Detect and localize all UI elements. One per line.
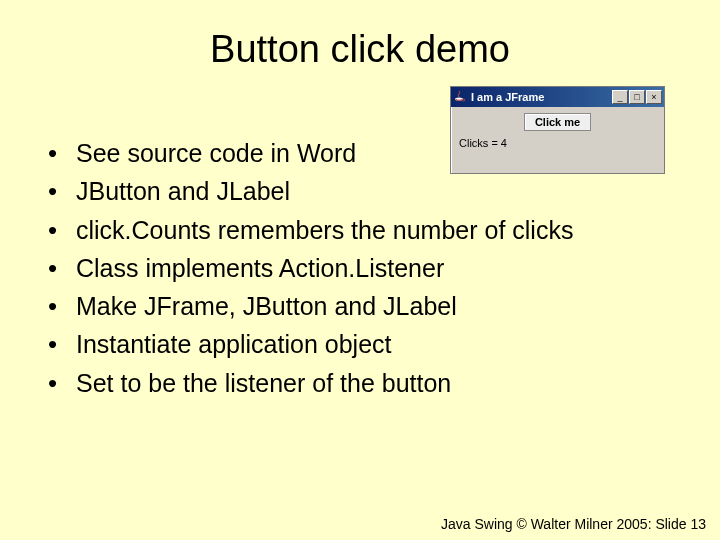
window-controls: _ □ × [612,90,662,104]
window-titlebar: I am a JFrame _ □ × [451,87,664,107]
bullet-list: See source code in Word JButton and JLab… [40,135,680,403]
bullet-item: Set to be the listener of the button [40,365,680,401]
bullet-item: Instantiate application object [40,326,680,362]
window-content: Click me Clicks = 4 [451,107,664,153]
click-me-button[interactable]: Click me [524,113,591,131]
swing-window-screenshot: I am a JFrame _ □ × Click me Clicks = 4 [450,86,665,174]
click-counter-label: Clicks = 4 [459,137,656,149]
minimize-button[interactable]: _ [612,90,628,104]
slide-footer: Java Swing © Walter Milner 2005: Slide 1… [441,516,706,532]
close-button[interactable]: × [646,90,662,104]
bullet-item: click.Counts remembers the number of cli… [40,212,680,248]
maximize-button[interactable]: □ [629,90,645,104]
slide-title: Button click demo [0,0,720,71]
bullet-item: Make JFrame, JButton and JLabel [40,288,680,324]
bullet-item: Class implements Action.Listener [40,250,680,286]
java-cup-icon [453,90,467,104]
bullet-item: JButton and JLabel [40,173,680,209]
window-title-text: I am a JFrame [471,91,608,103]
